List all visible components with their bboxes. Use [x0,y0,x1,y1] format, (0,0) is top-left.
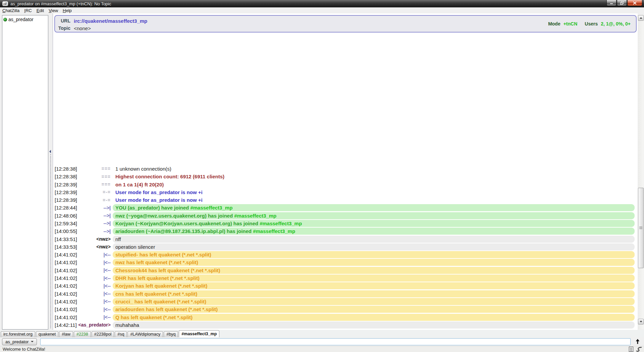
minimize-icon [610,1,613,4]
message-marker: -->| [78,221,111,226]
tab--sq[interactable]: #sq [115,331,127,337]
message-marker: |<-- [78,314,111,320]
mode-label: Mode [548,21,560,26]
message-row: [12:28:44]-->|YOU (as_predator) have joi… [53,204,638,212]
scroll-up-button[interactable] [638,15,644,21]
message-row: [14:42:11]<as_predator>muhahaha [53,321,638,329]
window-title: as_predator on #masseffect3_mp (+tnCN): … [10,1,111,6]
channel-link[interactable]: #masseffect3_mp [190,205,232,211]
message-text: stupified- has left quakenet (*.net *.sp… [113,251,635,258]
message-row: [14:41:02]|<--DHR has left quakenet (*.n… [53,274,638,282]
message-row: [12:28:39]=-=User mode for as_predator i… [53,188,638,196]
channel-url-link[interactable]: irc://quakenet/masseffect3_mp [74,18,147,24]
message-text: on 1 ca 1(4) ft 20(20) [113,181,635,188]
message-text: operation silencer [113,243,635,250]
message-timestamp: [14:41:02] [55,306,78,312]
chat-scrollbar[interactable] [638,15,644,329]
expand-input-button[interactable] [634,338,641,345]
splitter-grip[interactable] [50,154,51,328]
message-timestamp: [14:33:53] [55,244,78,250]
message-marker: -->| [78,229,111,234]
restore-icon [620,1,624,5]
menu-item-edit[interactable]: Edit [34,8,46,13]
message-text: 1 unknown connection(s) [113,165,635,172]
message-nick: <nwz> [78,244,111,249]
status-bar: Welcome to ChatZilla! [0,346,644,352]
message-timestamp: [14:42:11] [55,322,78,328]
message-timestamp: [14:41:02] [55,283,78,289]
message-marker: |<-- [78,307,111,312]
message-marker: =-= [78,189,111,195]
message-row: [14:41:02]|<--nwz has left quakenet (*.n… [53,258,638,266]
message-row: [14:41:02]|<--crucci_ has left quakenet … [53,298,638,305]
message-marker: -->| [78,205,111,211]
message-marker: === [78,182,111,187]
tab--lawdiplomacy[interactable]: #LAWdiplomacy [127,331,163,337]
menu-item-irc[interactable]: IRC [22,8,34,13]
splitter-collapse-icon[interactable] [49,150,51,153]
user-status-icon [3,18,7,21]
scroll-up-icon [640,17,642,19]
user-nickname: as_predator [8,17,34,22]
message-row: [12:59:34]-->|Korjyan (~Korjyan@Korjyan.… [53,220,638,227]
message-timestamp: [12:28:39] [55,197,78,203]
users-count: 2, 1@, 0%, 0+ [601,21,631,26]
document-icon[interactable] [629,347,634,352]
user-list-item[interactable]: as_predator [2,15,48,23]
panel-splitter[interactable] [49,15,52,330]
message-row: [14:41:02]|<--Chessrook44 has left quake… [53,267,638,274]
message-text: Chessrook44 has left quakenet (*.net *.s… [113,267,635,274]
tab-quakenet[interactable]: quakenet [36,331,58,337]
message-text: Highest connection count: 6912 (6911 cli… [113,173,635,180]
menu-item-view[interactable]: View [46,8,60,13]
menu-item-help[interactable]: Help [60,8,74,13]
channel-stats: Mode +tnCN Users 2, 1@, 0%, 0+ [548,16,631,32]
tab--byq[interactable]: #byq [164,331,178,337]
message-marker: |<-- [78,260,111,265]
tab--2238pol[interactable]: #2238pol [92,331,114,337]
message-timestamp: [12:28:39] [55,189,78,195]
message-row: [14:00:55]-->|ariadourden (~Aria@89.187.… [53,227,638,235]
menu-item-chatzilla[interactable]: ChatZilla [0,8,22,13]
message-marker: |<-- [78,299,111,304]
tab--2238[interactable]: #2238 [74,331,91,337]
tab--masseffect3-mp[interactable]: #masseffect3_mp [179,330,219,337]
tab-irc-forestnet-org[interactable]: irc.forestnet.org [1,331,35,337]
channel-link[interactable]: #masseffect3_mp [234,213,276,219]
close-icon [633,1,637,5]
message-input[interactable] [40,338,631,345]
scrollbar-thumb[interactable] [638,188,644,268]
restore-button[interactable] [617,0,627,6]
channel-link[interactable]: #masseffect3_mp [260,221,302,226]
status-text: Welcome to ChatZilla! [3,347,45,352]
message-row: [12:28:38]===1 unknown connection(s) [53,165,638,173]
message-marker: |<-- [78,276,111,281]
minimize-button[interactable] [606,0,616,6]
message-text: crucci_ has left quakenet (*.net *.split… [113,298,635,305]
input-row: as_predator [0,337,644,346]
scroll-down-button[interactable] [638,319,644,325]
close-button[interactable] [627,0,642,6]
message-marker: |<-- [78,291,111,296]
message-marker: |<-- [78,268,111,273]
message-timestamp: [14:33:51] [55,236,78,242]
message-row: [14:41:02]|<--ariadourden has left quake… [53,305,638,313]
message-text: Korjyan (~Korjyan@Korjyan.users.quakenet… [113,220,635,227]
topic-label: Topic [57,25,70,31]
user-list-panel: as_predator [2,15,48,330]
chatzilla-logo-icon: cZ [2,1,8,6]
squiggle-icon[interactable] [636,347,642,352]
message-timestamp: [12:28:38] [55,174,78,179]
message-timestamp: [14:41:02] [55,299,78,304]
tab--law[interactable]: #law [59,331,73,337]
message-row: [12:48:06]-->|nwz (~yoga@nwz.users.quake… [53,212,638,220]
message-timestamp: [12:59:34] [55,221,78,226]
message-marker: -->| [78,213,111,218]
message-row: [14:41:02]|<--cns has left quakenet (*.n… [53,290,638,298]
message-nick: <as_predator> [78,322,111,328]
message-timestamp: [14:41:02] [55,314,78,320]
message-text: YOU (as_predator) have joined #masseffec… [113,204,635,211]
message-text: User mode for as_predator is now +i [113,196,635,203]
nickname-button[interactable]: as_predator [2,338,37,345]
channel-link[interactable]: #masseffect3_mp [253,228,295,234]
